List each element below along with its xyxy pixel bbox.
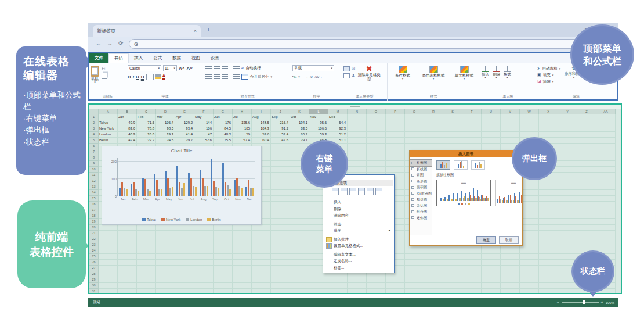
cell[interactable] (558, 114, 577, 120)
cell[interactable] (175, 283, 194, 289)
cell[interactable]: 144 (194, 120, 214, 126)
paste-option-icon[interactable] (358, 188, 365, 195)
cell[interactable]: 98.5 (156, 126, 175, 132)
cell[interactable] (501, 271, 520, 277)
autosum-button[interactable]: Σ 自动求和 ▾ (537, 66, 560, 71)
zoom-out-button[interactable]: − (556, 300, 559, 304)
cell[interactable] (99, 231, 118, 236)
cell[interactable] (539, 266, 558, 271)
cell[interactable] (539, 248, 558, 254)
cell[interactable]: New York (99, 126, 118, 132)
button-celltype-icon[interactable] (343, 66, 350, 71)
cell[interactable]: 33.2 (137, 138, 156, 144)
cell[interactable]: 59.3 (309, 132, 328, 138)
cell[interactable] (214, 271, 233, 277)
cell[interactable] (462, 138, 482, 144)
row-header-13[interactable]: 13 (89, 184, 99, 190)
menu-item[interactable]: 清除内容 (324, 212, 393, 219)
cell[interactable] (405, 114, 424, 120)
cell[interactable] (290, 213, 309, 219)
cell[interactable] (252, 260, 271, 266)
cell[interactable] (194, 271, 214, 277)
cell[interactable]: 34.5 (156, 138, 175, 144)
wrap-text-label[interactable]: 自动换行 (245, 66, 261, 71)
cell[interactable] (482, 289, 501, 294)
cell[interactable] (558, 178, 577, 184)
cell[interactable] (271, 178, 290, 184)
cell[interactable] (558, 144, 577, 149)
cell[interactable] (539, 114, 558, 120)
cell[interactable] (462, 114, 482, 120)
bold-button[interactable]: B (128, 74, 131, 80)
row-header-19[interactable]: 19 (89, 219, 99, 225)
cell[interactable] (558, 219, 577, 225)
cell[interactable] (539, 283, 558, 289)
cell[interactable] (386, 149, 405, 155)
menu-item[interactable]: 排序▸ (324, 227, 393, 234)
row-header-27[interactable]: 27 (89, 266, 99, 271)
cell[interactable] (137, 242, 156, 248)
cell[interactable] (367, 277, 386, 283)
cell[interactable] (520, 120, 539, 126)
indent-decrease-icon[interactable] (233, 66, 240, 70)
cell[interactable] (539, 207, 558, 213)
cell[interactable] (596, 207, 616, 213)
row-header-25[interactable]: 25 (89, 254, 99, 260)
browser-tab[interactable]: 新标签页 × (93, 25, 201, 37)
cell[interactable] (233, 283, 252, 289)
cell[interactable] (462, 132, 482, 138)
row-header-20[interactable]: 20 (89, 225, 99, 231)
cell[interactable] (271, 144, 290, 149)
cell[interactable] (348, 149, 367, 155)
format-cells-button[interactable]: 格式 ▾ (504, 64, 511, 93)
column-header-U[interactable]: U (482, 109, 501, 114)
cell[interactable]: 47 (194, 132, 214, 138)
row-header-7[interactable]: 7 (89, 149, 99, 155)
cell[interactable] (386, 132, 405, 138)
cell[interactable] (233, 231, 252, 236)
cell[interactable] (137, 225, 156, 231)
cell[interactable] (539, 236, 558, 242)
cell[interactable] (558, 167, 577, 173)
align-left-icon[interactable] (205, 74, 212, 79)
cell[interactable] (99, 254, 118, 260)
cell[interactable] (501, 283, 520, 289)
cell[interactable] (501, 289, 520, 294)
cell[interactable]: Aug (252, 114, 271, 120)
cell[interactable] (539, 213, 558, 219)
cell[interactable]: 39.3 (156, 132, 175, 138)
chart-type-item[interactable]: 柱形图 (410, 160, 432, 166)
cell[interactable] (539, 190, 558, 196)
cell[interactable] (252, 225, 271, 231)
cell[interactable] (271, 254, 290, 260)
ribbon-tab-开始[interactable]: 开始 (108, 53, 129, 63)
cell[interactable]: 48.9 (118, 132, 137, 138)
cell[interactable] (214, 248, 233, 254)
cell[interactable] (482, 254, 501, 260)
column-header-T[interactable]: T (462, 109, 482, 114)
cell[interactable] (118, 225, 137, 231)
cell[interactable] (577, 219, 596, 225)
cell[interactable] (118, 277, 137, 283)
cell[interactable] (424, 254, 443, 260)
cell[interactable] (539, 271, 558, 277)
cell[interactable] (596, 132, 616, 138)
cell[interactable] (99, 225, 118, 231)
row-header-17[interactable]: 17 (89, 207, 99, 213)
cell[interactable] (118, 254, 137, 260)
cell[interactable] (596, 242, 616, 248)
row-header-30[interactable]: 30 (89, 283, 99, 289)
cell[interactable] (462, 260, 482, 266)
cell[interactable] (118, 271, 137, 277)
cell[interactable] (558, 283, 577, 289)
cell[interactable] (367, 155, 386, 161)
cell[interactable] (271, 173, 290, 178)
cell[interactable] (443, 120, 462, 126)
row-header-18[interactable]: 18 (89, 213, 99, 219)
cell[interactable]: Berlin (99, 138, 118, 144)
cell[interactable] (348, 161, 367, 167)
cell[interactable] (271, 149, 290, 155)
cell[interactable] (558, 173, 577, 178)
column-header-Z[interactable]: Z (577, 109, 596, 114)
cell[interactable] (290, 260, 309, 266)
